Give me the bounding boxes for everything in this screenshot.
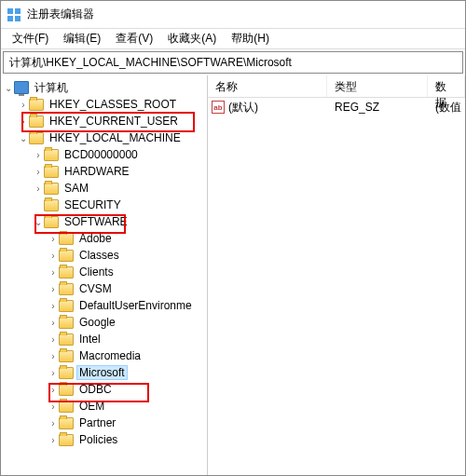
menu-file[interactable]: 文件(F): [5, 29, 56, 48]
expander-icon[interactable]: ›: [18, 100, 29, 110]
col-header-type[interactable]: 类型: [327, 75, 428, 97]
tree-label: 计算机: [32, 79, 71, 97]
address-bar[interactable]: 计算机\HKEY_LOCAL_MACHINE\SOFTWARE\Microsof…: [3, 51, 463, 74]
expander-icon[interactable]: ›: [48, 401, 59, 412]
folder-icon: [29, 116, 44, 128]
folder-icon: [59, 417, 74, 429]
folder-icon: [59, 401, 74, 413]
tree-pane: ⌄ 计算机 › HKEY_CLASSES_ROOT › HKEY_CURRENT…: [1, 75, 208, 476]
list-row[interactable]: ab (默认) REG_SZ (数值: [208, 98, 465, 116]
tree-label: ODBC: [76, 382, 115, 397]
tree-label: Clients: [76, 265, 116, 279]
window-title: 注册表编辑器: [27, 7, 94, 22]
expander-icon[interactable]: ›: [48, 284, 59, 294]
tree-item-security[interactable]: SECURITY: [1, 197, 207, 213]
tree-item-bcd[interactable]: › BCD00000000: [1, 146, 207, 163]
expander-icon[interactable]: ›: [48, 368, 59, 378]
tree-item-google[interactable]: › Google: [1, 314, 207, 331]
menu-view[interactable]: 查看(V): [108, 29, 160, 48]
col-header-data[interactable]: 数据: [428, 75, 465, 97]
tree-label: Macromedia: [76, 348, 144, 363]
svg-rect-2: [7, 16, 13, 21]
tree-item-hardware[interactable]: › HARDWARE: [1, 163, 207, 180]
folder-icon: [59, 300, 74, 312]
expander-icon[interactable]: ›: [48, 267, 59, 278]
tree-item-hklm[interactable]: ⌄ HKEY_LOCAL_MACHINE: [1, 129, 207, 146]
expander-icon[interactable]: ⌄: [33, 217, 44, 227]
tree-root[interactable]: ⌄ 计算机: [1, 79, 207, 96]
value-data: (数值: [428, 100, 465, 116]
tree-label: Adobe: [76, 231, 115, 246]
expander-icon[interactable]: ›: [48, 418, 59, 428]
expander-icon[interactable]: ›: [48, 351, 59, 361]
menu-bar: 文件(F) 编辑(E) 查看(V) 收藏夹(A) 帮助(H): [1, 29, 465, 49]
expander-icon[interactable]: ›: [48, 301, 59, 311]
value-type: REG_SZ: [327, 101, 428, 114]
string-value-icon: ab: [212, 101, 225, 114]
tree-item-hkcu[interactable]: › HKEY_CURRENT_USER: [1, 113, 207, 129]
expander-icon[interactable]: ›: [33, 167, 44, 177]
svg-rect-0: [7, 8, 13, 14]
folder-icon: [29, 99, 44, 111]
expander-icon[interactable]: ›: [48, 318, 59, 328]
tree-item-partner[interactable]: › Partner: [1, 415, 207, 431]
folder-icon: [44, 199, 59, 211]
tree-item-cvsm[interactable]: › CVSM: [1, 280, 207, 297]
folder-icon: [59, 333, 74, 346]
folder-icon: [44, 216, 59, 228]
folder-icon: [59, 250, 74, 262]
tree-item-oem[interactable]: › OEM: [1, 398, 207, 415]
expander-icon[interactable]: ›: [48, 385, 59, 395]
address-path: 计算机\HKEY_LOCAL_MACHINE\SOFTWARE\Microsof…: [9, 55, 292, 71]
tree-item-odbc[interactable]: › ODBC: [1, 381, 207, 398]
tree-item-policies[interactable]: › Policies: [1, 431, 207, 448]
tree-item-hkcr[interactable]: › HKEY_CLASSES_ROOT: [1, 96, 207, 113]
tree-label: SECURITY: [62, 197, 124, 212]
svg-rect-1: [15, 8, 21, 14]
folder-icon: [59, 233, 74, 245]
expander-icon[interactable]: ⌄: [18, 133, 29, 143]
tree-label: Partner: [76, 415, 118, 430]
tree-label: Intel: [76, 332, 103, 347]
folder-icon: [59, 367, 74, 379]
expander-icon[interactable]: ›: [33, 150, 44, 160]
tree-label: HKEY_CLASSES_ROOT: [47, 97, 179, 112]
tree-item-adobe[interactable]: › Adobe: [1, 230, 207, 247]
tree-item-macromedia[interactable]: › Macromedia: [1, 347, 207, 364]
tree-item-intel[interactable]: › Intel: [1, 331, 207, 347]
menu-help[interactable]: 帮助(H): [224, 29, 277, 48]
expander-icon[interactable]: ›: [33, 184, 44, 194]
expander-icon[interactable]: ›: [48, 435, 59, 445]
tree-label: BCD00000000: [62, 147, 141, 162]
expander-icon[interactable]: ›: [48, 234, 59, 244]
tree-item-defaultuser[interactable]: › DefaultUserEnvironme: [1, 297, 207, 314]
expander-icon[interactable]: [33, 200, 44, 211]
tree-item-classes[interactable]: › Classes: [1, 247, 207, 264]
tree-item-software[interactable]: ⌄ SOFTWARE: [1, 213, 207, 230]
tree-label: Microsoft: [76, 365, 128, 380]
tree-item-microsoft[interactable]: › Microsoft: [1, 364, 207, 381]
tree-label: SAM: [62, 181, 91, 196]
menu-edit[interactable]: 编辑(E): [56, 29, 108, 48]
regedit-icon: [7, 7, 21, 22]
tree-label: HKEY_LOCAL_MACHINE: [47, 130, 184, 145]
tree-item-sam[interactable]: › SAM: [1, 180, 207, 197]
tree-item-clients[interactable]: › Clients: [1, 264, 207, 280]
tree-label: HKEY_CURRENT_USER: [47, 114, 181, 129]
title-bar: 注册表编辑器: [1, 1, 465, 29]
expander-icon[interactable]: ›: [48, 334, 59, 345]
menu-favorites[interactable]: 收藏夹(A): [160, 29, 224, 48]
tree-label: HARDWARE: [62, 164, 132, 179]
tree-label: DefaultUserEnvironme: [76, 298, 195, 313]
expander-icon[interactable]: ⌄: [3, 83, 14, 93]
col-header-name[interactable]: 名称: [208, 75, 327, 97]
tree-label: OEM: [76, 399, 107, 414]
folder-icon: [59, 283, 74, 295]
expander-icon[interactable]: ›: [18, 116, 29, 127]
expander-icon[interactable]: ›: [48, 251, 59, 261]
computer-icon: [14, 81, 29, 94]
tree-label: Classes: [76, 248, 122, 263]
folder-icon: [44, 166, 59, 178]
svg-rect-3: [15, 16, 21, 21]
folder-icon: [59, 350, 74, 362]
